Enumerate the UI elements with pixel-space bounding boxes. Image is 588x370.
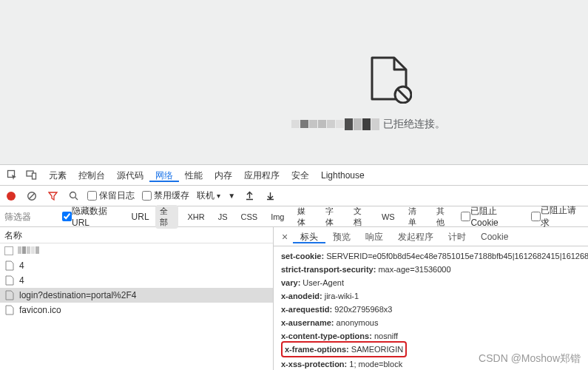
search-icon[interactable]: [67, 189, 80, 203]
download-icon[interactable]: [263, 189, 277, 203]
hide-data-url-checkbox[interactable]: 隐藏数据 URL: [62, 205, 126, 228]
svg-point-7: [70, 192, 75, 198]
filter-chip[interactable]: WS: [377, 212, 399, 222]
network-filter-bar: 隐藏数据 URL URL 全部XHRJSCSSImg媒体字体文档WS清单其他 已…: [0, 206, 588, 227]
network-toolbar: 保留日志 禁用缓存 联机 ▾ ▼: [0, 186, 588, 206]
detail-tab[interactable]: 发起程序: [391, 232, 441, 242]
upload-icon[interactable]: [243, 189, 256, 203]
favicon-icon: [4, 260, 15, 271]
filter-input[interactable]: [4, 212, 56, 222]
favicon-icon: [4, 275, 15, 286]
tab-Lighthouse[interactable]: Lighthouse: [315, 170, 371, 181]
preserve-log-checkbox[interactable]: 保留日志: [87, 189, 135, 202]
svg-line-6: [29, 193, 34, 198]
detail-tab[interactable]: 预览: [325, 232, 358, 242]
connection-refused-text: 已拒绝连接。: [383, 118, 445, 131]
broken-page-icon: [369, 56, 412, 106]
filter-chip[interactable]: XHR: [183, 212, 209, 222]
censored-hostname: [291, 118, 380, 130]
tab-网络[interactable]: 网络: [149, 170, 179, 182]
request-detail: × 标头预览响应发起程序计时Cookie set-cookie: SERVERI…: [274, 227, 588, 370]
response-headers: set-cookie: SERVERID=e05f0b8d54ec48e7851…: [274, 246, 588, 370]
response-header-line: x-arequestid: 920x2795968x3: [281, 303, 581, 316]
request-row[interactable]: 4: [0, 273, 273, 288]
filter-icon[interactable]: [46, 189, 59, 203]
url-label: URL: [132, 212, 149, 222]
name-column-header[interactable]: 名称: [0, 227, 273, 243]
response-header-line: x-ausername: anonymous: [281, 316, 581, 329]
device-toggle-icon[interactable]: [24, 168, 38, 183]
filter-chip[interactable]: 清单: [404, 205, 428, 229]
response-header-line: set-cookie: SERVERID=e05f0b8d54ec48e7851…: [281, 249, 581, 263]
detail-tab[interactable]: Cookie: [473, 232, 516, 242]
disable-cache-checkbox[interactable]: 禁用缓存: [142, 189, 189, 202]
tab-内存[interactable]: 内存: [209, 170, 238, 181]
tab-应用程序[interactable]: 应用程序: [238, 170, 285, 181]
svg-line-8: [75, 198, 78, 201]
request-row[interactable]: 4: [0, 258, 273, 273]
detail-tab[interactable]: 响应: [358, 232, 391, 242]
watermark: CSDN @Moshow郑锴: [479, 352, 581, 366]
page-viewport: 已拒绝连接。: [0, 0, 588, 164]
favicon-icon: [4, 246, 13, 255]
request-row[interactable]: [0, 243, 273, 258]
filter-chip[interactable]: 全部: [155, 205, 179, 229]
devtools-panel: 元素控制台源代码网络性能内存应用程序安全Lighthouse 保留日志 禁用缓存…: [0, 164, 588, 370]
response-header-line: vary: User-Agent: [281, 276, 581, 289]
more-arrow-icon[interactable]: ▼: [228, 192, 235, 200]
filter-chip[interactable]: CSS: [237, 212, 263, 222]
detail-tab[interactable]: 标头: [293, 232, 325, 243]
filter-chip[interactable]: 文档: [349, 205, 373, 229]
favicon-icon: [4, 305, 15, 315]
tab-源代码[interactable]: 源代码: [111, 170, 149, 181]
filter-chip[interactable]: Img: [266, 212, 288, 222]
favicon-icon: [4, 290, 15, 300]
inspect-icon[interactable]: [4, 168, 19, 183]
record-button[interactable]: [4, 189, 18, 203]
detail-tab[interactable]: 计时: [441, 232, 473, 242]
tab-性能[interactable]: 性能: [179, 170, 209, 181]
request-row[interactable]: favicon.ico: [0, 303, 273, 317]
header-x-frame-options: x-frame-options: SAMEORIGIN: [281, 341, 407, 357]
tab-控制台[interactable]: 控制台: [72, 170, 111, 181]
request-row[interactable]: login?destination=portal%2F4: [0, 288, 273, 303]
throttle-select[interactable]: 联机 ▾: [197, 189, 220, 202]
request-list: 名称 44login?destination=portal%2F4favicon…: [0, 227, 274, 370]
blocked-cookie-checkbox[interactable]: 已阻止 Cookie: [461, 205, 525, 228]
tab-安全[interactable]: 安全: [285, 170, 315, 181]
blocked-request-checkbox[interactable]: 已阻止请求: [531, 204, 584, 229]
close-detail-icon[interactable]: ×: [277, 231, 293, 243]
filter-chip[interactable]: 字体: [321, 205, 345, 229]
filter-chip[interactable]: JS: [214, 212, 232, 222]
tab-元素[interactable]: 元素: [43, 170, 72, 181]
devtools-tab-bar: 元素控制台源代码网络性能内存应用程序安全Lighthouse: [0, 165, 588, 186]
svg-rect-4: [32, 173, 36, 179]
response-header-line: x-anodeid: jira-wiki-1: [281, 289, 581, 303]
filter-chip[interactable]: 其他: [432, 205, 456, 229]
response-header-line: strict-transport-security: max-age=31536…: [281, 263, 581, 276]
filter-chip[interactable]: 媒体: [293, 205, 317, 229]
clear-icon[interactable]: [25, 189, 38, 203]
